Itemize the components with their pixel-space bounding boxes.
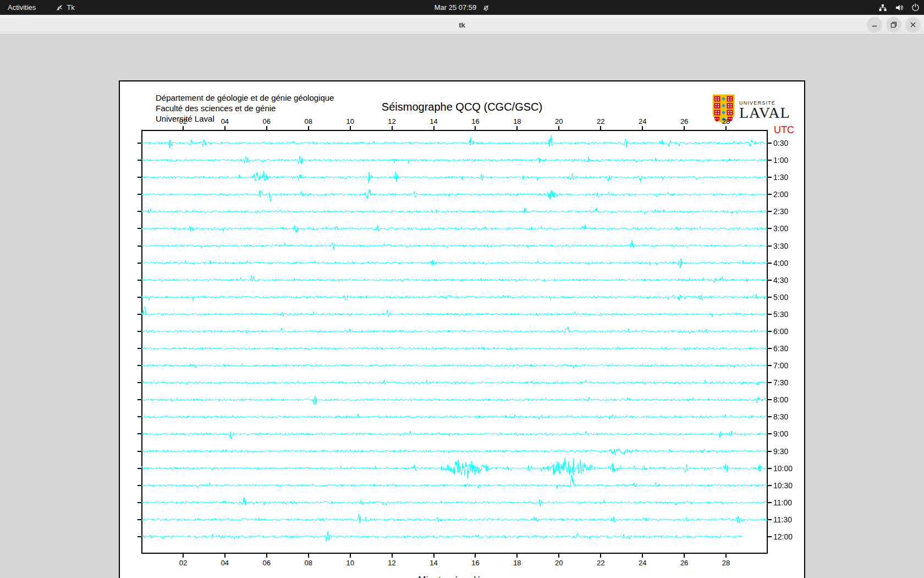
x-tick-label-top: 26 <box>676 117 692 126</box>
activities-button[interactable]: Activities <box>0 0 43 15</box>
y-tick-right <box>768 502 772 503</box>
x-tick-label-top: 06 <box>258 117 275 126</box>
y-time-label: 7:00 <box>773 361 788 370</box>
y-tick-right <box>768 468 772 469</box>
y-time-label: 6:30 <box>773 344 788 353</box>
y-tick-left <box>138 160 141 161</box>
laval-wordmark-line2: LAVAL <box>739 106 790 120</box>
clock-label: Mar 25 07:59 <box>435 3 477 12</box>
x-tick-label-top: 20 <box>551 117 567 126</box>
y-time-label: 6:00 <box>773 327 788 336</box>
y-time-label: 4:00 <box>773 259 788 268</box>
notifications-muted-icon <box>482 4 490 12</box>
focused-app-label: Tk <box>67 3 74 12</box>
y-tick-right <box>768 365 772 366</box>
x-tick-top <box>308 126 309 130</box>
y-time-label: 12:00 <box>773 532 793 541</box>
y-tick-left <box>138 468 141 469</box>
x-tick-label-top: 02 <box>175 117 191 126</box>
y-tick-right <box>768 246 772 247</box>
y-tick-left <box>138 177 141 178</box>
x-tick-label-bottom: 14 <box>426 559 442 567</box>
y-tick-left <box>138 485 141 486</box>
x-tick-bottom <box>183 554 184 558</box>
y-time-label: 2:00 <box>773 190 788 199</box>
y-tick-right <box>768 485 772 486</box>
y-tick-left <box>138 519 141 520</box>
y-time-label: 1:00 <box>773 156 788 165</box>
y-tick-right <box>768 228 772 229</box>
y-time-label: 11:00 <box>773 498 792 507</box>
x-tick-label-bottom: 12 <box>384 559 400 567</box>
y-tick-right <box>768 280 772 281</box>
x-tick-top <box>266 126 267 130</box>
y-time-label: 9:00 <box>773 429 788 438</box>
x-tick-bottom <box>475 554 476 558</box>
y-tick-left <box>138 314 141 315</box>
y-time-label: 5:00 <box>773 293 788 302</box>
x-tick-label-bottom: 26 <box>676 559 692 567</box>
x-tick-bottom <box>558 554 559 558</box>
window-title: tk <box>0 15 924 35</box>
y-time-label: 5:30 <box>773 310 788 319</box>
focused-app-indicator[interactable]: Tk <box>56 3 74 12</box>
y-tick-left <box>138 416 141 417</box>
plot-inner: Département de géologie et de génie géol… <box>119 80 805 578</box>
x-tick-label-bottom: 20 <box>551 559 567 567</box>
y-time-label: 7:30 <box>773 378 788 387</box>
tk-app-icon <box>56 4 63 12</box>
x-tick-top <box>475 126 476 130</box>
system-tray[interactable] <box>878 0 920 15</box>
x-tick-bottom <box>392 554 393 558</box>
maximize-button[interactable] <box>886 17 901 32</box>
x-tick-label-top: 08 <box>300 117 317 126</box>
y-time-label: 0:30 <box>773 139 788 148</box>
x-tick-top <box>392 126 393 130</box>
minimize-button[interactable] <box>867 17 882 32</box>
y-tick-right <box>768 263 772 264</box>
y-tick-right <box>768 416 772 417</box>
laval-wordmark: UNIVERSITÉ LAVAL <box>739 100 790 120</box>
window-titlebar[interactable]: tk <box>0 15 924 35</box>
x-tick-top <box>725 126 727 130</box>
x-tick-label-top: 14 <box>426 117 442 126</box>
x-tick-bottom <box>224 554 226 558</box>
top-bar-clock[interactable]: Mar 25 07:59 <box>435 0 490 15</box>
y-time-label: 10:00 <box>773 464 793 473</box>
x-tick-label-bottom: 24 <box>634 559 651 567</box>
x-tick-label-bottom: 22 <box>592 559 609 567</box>
x-tick-top <box>224 126 226 130</box>
y-time-label: 10:30 <box>773 481 793 490</box>
x-tick-top <box>183 126 184 130</box>
y-tick-left <box>138 365 141 366</box>
utc-axis-title: UTC <box>774 124 794 136</box>
y-tick-right <box>768 519 772 520</box>
y-tick-right <box>768 382 772 383</box>
chart-title: Séismographe QCQ (CGC/GSC) <box>119 101 805 113</box>
x-tick-top <box>642 126 643 130</box>
x-tick-bottom <box>308 554 309 558</box>
y-tick-right <box>768 177 772 178</box>
x-tick-top <box>558 126 559 130</box>
x-tick-bottom <box>684 554 685 558</box>
y-tick-right <box>768 331 772 332</box>
y-tick-left <box>138 382 141 383</box>
y-tick-right <box>768 433 772 434</box>
y-time-label: 8:00 <box>773 395 788 404</box>
y-tick-left <box>138 246 141 247</box>
y-tick-right <box>768 536 772 537</box>
x-tick-label-bottom: 18 <box>509 559 525 567</box>
y-time-label: 3:00 <box>773 224 788 233</box>
y-time-label: 4:30 <box>773 276 788 285</box>
close-button[interactable] <box>905 17 921 32</box>
x-tick-bottom <box>725 554 727 558</box>
seismograph-canvas-window: Département de géologie et de génie géol… <box>119 80 805 578</box>
power-icon <box>911 3 920 12</box>
y-tick-left <box>138 263 141 264</box>
x-tick-bottom <box>642 554 643 558</box>
x-tick-label-bottom: 08 <box>300 559 317 567</box>
top-bar-left: Activities Tk <box>0 0 75 15</box>
x-tick-top <box>684 126 685 130</box>
network-icon <box>878 3 887 12</box>
y-time-label: 1:30 <box>773 173 788 182</box>
